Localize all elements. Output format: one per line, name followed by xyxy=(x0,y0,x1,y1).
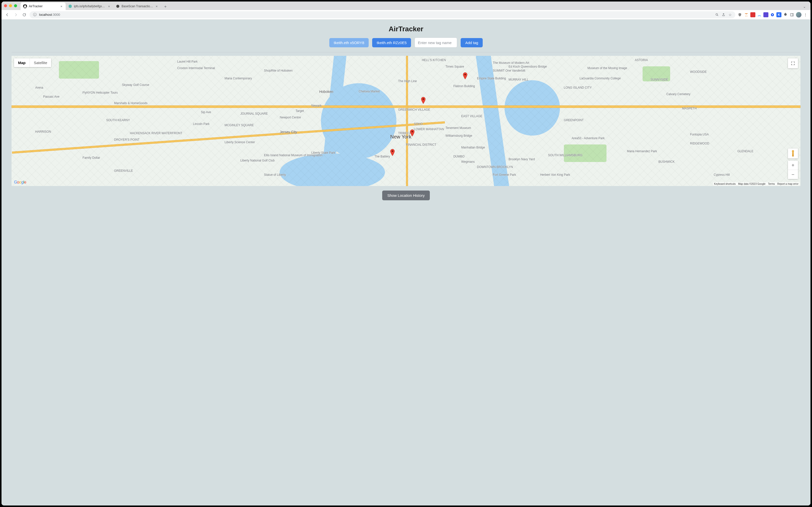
close-tab-icon[interactable]: × xyxy=(60,4,63,8)
minimize-window-icon[interactable] xyxy=(9,4,12,7)
k-extension-icon[interactable]: K xyxy=(776,12,781,17)
tab-basescan[interactable]: BaseScan Transaction Hash (Tx × xyxy=(113,2,161,10)
coinbase-extension-icon[interactable] xyxy=(770,12,775,17)
url-host: localhost xyxy=(39,13,52,16)
add-tag-button[interactable]: Add tag xyxy=(461,38,483,47)
extension-icons: K ⋮ xyxy=(737,12,808,17)
bookmark-icon[interactable]: ☆ xyxy=(728,12,732,17)
purple-extension-icon[interactable] xyxy=(763,12,768,17)
map[interactable]: New York Jersey City Hoboken DOWNTOWN BR… xyxy=(11,56,801,186)
tab-title: ipfs.io/ipfs/bafybeifgxefi7fqwtk xyxy=(74,4,105,8)
map-footer: Keyboard shortcuts Map data ©2023 Google… xyxy=(713,182,800,185)
report-error-link[interactable]: Report a map error xyxy=(777,182,799,185)
site-info-icon[interactable]: ⓘ xyxy=(33,12,37,17)
separator xyxy=(11,52,801,52)
maximize-window-icon[interactable] xyxy=(14,4,17,7)
shield-extension-icon[interactable] xyxy=(737,12,742,17)
show-history-button[interactable]: Show Location History xyxy=(382,190,429,200)
terms-link[interactable]: Terms xyxy=(768,182,775,185)
google-logo-icon: Google xyxy=(14,180,26,184)
url-rest: :3000 xyxy=(52,13,60,16)
window-controls xyxy=(4,1,20,10)
tag-name-input[interactable] xyxy=(414,38,457,48)
map-type-control: Map Satellite xyxy=(14,58,51,67)
close-tab-icon[interactable]: × xyxy=(107,4,111,8)
browser-toolbar: ⓘ localhost:3000 ☆ K ⋮ xyxy=(1,10,811,19)
zoom-out-button[interactable]: − xyxy=(788,170,798,179)
app-title: AirTracker xyxy=(1,19,811,38)
ipfs-favicon-icon xyxy=(68,4,72,8)
tag-controls: tkeith.eth x5ORY8 tkeith.eth RZz0E5 Add … xyxy=(1,38,811,52)
svg-rect-5 xyxy=(791,13,794,16)
red-extension-icon[interactable] xyxy=(750,12,755,17)
back-button[interactable] xyxy=(4,11,10,18)
kebab-menu-icon[interactable]: ⋮ xyxy=(803,12,808,17)
svg-point-11 xyxy=(792,150,794,152)
close-tab-icon[interactable]: × xyxy=(155,4,158,8)
page-root: AirTracker tkeith.eth x5ORY8 tkeith.eth … xyxy=(1,19,811,506)
pegman-icon xyxy=(790,150,796,157)
extensions-puzzle-icon[interactable] xyxy=(783,12,788,17)
tabs-dropdown-icon[interactable]: ⌄ xyxy=(801,3,808,10)
tab-airtracker[interactable]: AirTracker × xyxy=(20,2,66,10)
fullscreen-icon xyxy=(791,61,795,66)
svg-point-10 xyxy=(392,151,393,152)
tab-title: AirTracker xyxy=(29,4,58,8)
address-bar[interactable]: ⓘ localhost:3000 ☆ xyxy=(30,11,735,18)
metamask-extension-icon[interactable] xyxy=(744,12,749,17)
svg-rect-13 xyxy=(792,155,793,157)
browser-window: AirTracker × ipfs.io/ipfs/bafybeifgxefi7… xyxy=(1,1,811,506)
svg-rect-14 xyxy=(793,155,794,157)
page-viewport[interactable]: AirTracker tkeith.eth x5ORY8 tkeith.eth … xyxy=(1,19,811,506)
map-type-map[interactable]: Map xyxy=(14,58,30,67)
profile-avatar-icon[interactable] xyxy=(796,12,802,17)
map-marker[interactable] xyxy=(421,97,425,104)
tab-strip: AirTracker × ipfs.io/ipfs/bafybeifgxefi7… xyxy=(1,1,811,10)
fullscreen-button[interactable] xyxy=(788,58,798,68)
svg-point-1 xyxy=(716,13,717,15)
tag-button-0[interactable]: tkeith.eth x5ORY8 xyxy=(329,38,369,47)
svg-point-7 xyxy=(464,74,466,75)
pegman-button[interactable] xyxy=(788,149,798,159)
tab-ipfs[interactable]: ipfs.io/ipfs/bafybeifgxefi7fqwtk × xyxy=(66,2,113,10)
zoom-icon[interactable] xyxy=(715,12,719,17)
share-icon[interactable] xyxy=(721,12,726,17)
zoom-in-button[interactable]: + xyxy=(788,161,798,170)
tab-title: BaseScan Transaction Hash (Tx xyxy=(121,4,153,8)
map-marker[interactable] xyxy=(410,129,414,136)
rainbow-extension-icon[interactable] xyxy=(757,12,762,17)
svg-rect-4 xyxy=(772,14,773,15)
zoom-control: + − xyxy=(788,161,798,179)
svg-line-2 xyxy=(717,15,718,16)
history-row: Show Location History xyxy=(1,186,811,200)
airtracker-favicon-icon xyxy=(23,4,27,8)
tag-button-1[interactable]: tkeith.eth RZz0E5 xyxy=(372,38,411,47)
new-tab-button[interactable]: ＋ xyxy=(162,3,169,10)
svg-point-8 xyxy=(422,98,424,100)
side-panel-icon[interactable] xyxy=(790,12,795,17)
svg-point-0 xyxy=(116,5,119,8)
svg-point-9 xyxy=(411,131,413,132)
map-grid xyxy=(11,56,801,186)
map-marker[interactable] xyxy=(463,72,467,79)
close-window-icon[interactable] xyxy=(4,4,7,7)
svg-rect-12 xyxy=(792,152,794,155)
keyboard-shortcuts-link[interactable]: Keyboard shortcuts xyxy=(714,182,735,185)
map-attribution: Map data ©2023 Google xyxy=(738,182,765,185)
forward-button[interactable] xyxy=(12,11,19,18)
map-marker[interactable] xyxy=(390,149,395,156)
map-type-satellite[interactable]: Satellite xyxy=(30,58,51,67)
basescan-favicon-icon xyxy=(116,4,120,8)
reload-button[interactable] xyxy=(21,11,28,18)
url-text: localhost:3000 xyxy=(39,13,60,16)
